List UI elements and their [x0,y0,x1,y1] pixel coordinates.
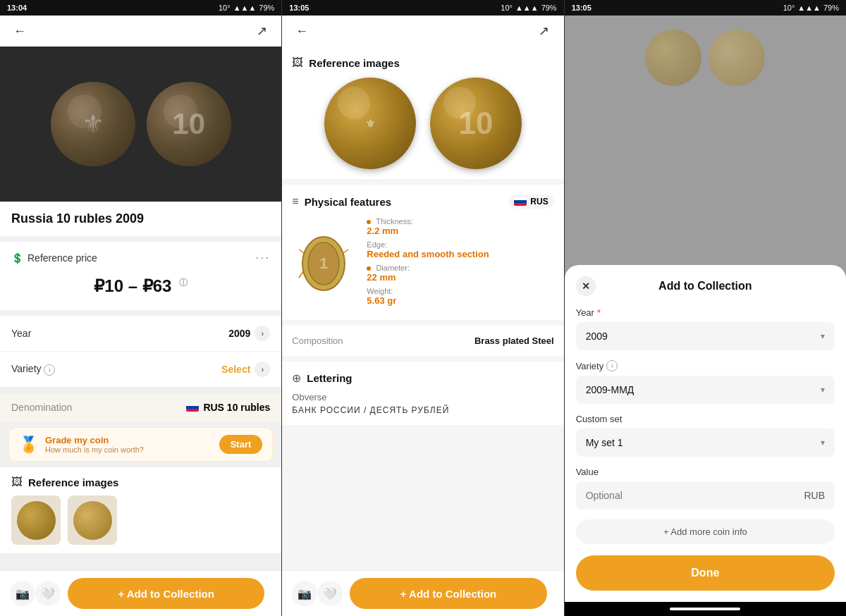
bottom-bar-2: 📷 🤍 + Add to Collection [282,570,563,616]
wifi-icon-3: ▲▲▲ [797,4,821,12]
variety-chevron: › [255,362,270,377]
thickness-row: Thickness: 2.2 mm [367,217,553,236]
rus-flag-icon [514,197,527,206]
background-coin-images [565,16,846,100]
camera-button-2[interactable]: 📷 [292,581,317,606]
denomination-value: RUS 10 rubles [186,402,270,413]
panel2-scroll[interactable]: 🖼 Reference images ⚜ 10 ≡ Physical featu… [282,47,563,570]
wifi-icon-2: ▲▲▲ [515,4,539,12]
value-field-row: RUB [576,481,835,510]
ref-images-card: 🖼 Reference images ⚜ 10 [282,47,563,179]
year-value: 2009 › [228,326,270,341]
modal-overlay: ✕ Add to Collection Year * 2009 ▾ [565,16,846,602]
ref-images-header: 🖼 Reference images [11,476,270,488]
wishlist-button-2[interactable]: 🤍 [317,581,343,606]
variety-select[interactable]: 2009-ММД ▾ [576,376,835,404]
lettering-header: ⊕ Lettering [292,371,553,385]
done-button[interactable]: Done [576,555,835,591]
rus-badge: RUS [508,195,553,209]
physical-features-card: ≡ Physical features RUS 1 [282,185,563,320]
ref-thumb-1 [11,495,61,545]
custom-set-form-label: Custom set [576,414,835,424]
price-info-icon[interactable]: ⓘ [179,278,188,288]
add-to-collection-button-2[interactable]: + Add to Collection [350,578,546,609]
grade-start-button[interactable]: Start [219,435,263,454]
more-options-button[interactable]: ··· [255,250,270,265]
signal-3: 10° [783,4,795,12]
add-more-info-button[interactable]: + Add more coin info [576,519,835,544]
panel-reference-detail: 13:05 10° ▲▲▲ 79% ← ↗ 🖼 Reference images… [282,0,563,616]
home-bar [670,608,740,610]
ref-coin-obverse-big: ⚜ [324,78,416,169]
ref-coin-thumb-obverse [17,501,56,540]
coin-title-card: Russia 10 rubles 2009 [0,202,281,236]
eagle-icon: ⚜ [82,109,104,139]
variety-row[interactable]: Variety i Select › [0,352,281,388]
battery-1: 79% [259,4,274,12]
coin-side-view: 1 [292,232,355,295]
grade-title: Grade my coin [45,435,212,445]
grade-medal-icon: 🏅 [19,436,38,454]
coin-side-svg: 1 [292,232,355,295]
share-button-1[interactable]: ↗ [252,21,271,41]
grade-text: Grade my coin How much is my coin worth? [45,435,212,454]
battery-2: 79% [541,4,557,12]
value-form-group: Value RUB [576,467,835,510]
coin-eagle-big: ⚜ [365,117,375,130]
camera-button-1[interactable]: 📷 [10,581,35,606]
nav-bar-2: ← ↗ [282,16,563,47]
weight-value: 5.63 gr [367,295,553,306]
wishlist-button-1[interactable]: 🤍 [35,581,61,606]
ref-images-icon: 🖼 [11,476,23,488]
russia-flag-icon [186,403,199,412]
variety-chevron-icon: ▾ [821,385,825,395]
coin-title: Russia 10 rubles 2009 [11,211,270,226]
add-to-collection-button-1[interactable]: + Add to Collection [68,578,264,609]
custom-set-select[interactable]: My set 1 ▾ [576,429,835,457]
diameter-value: 22 mm [367,272,553,283]
back-button-2[interactable]: ← [292,21,312,41]
ref-thumb-2 [68,495,117,545]
background-coins [565,16,846,367]
status-bar-2: 13:05 10° ▲▲▲ 79% [282,0,563,16]
edge-label: Edge: [367,240,553,249]
denomination-label: Denomination [11,402,72,413]
grade-card: 🏅 Grade my coin How much is my coin wort… [8,427,273,462]
signal-1: 10° [219,4,231,12]
home-indicator-3 [565,602,846,616]
thickness-value: 2.2 mm [367,226,553,236]
dot-1 [367,220,371,224]
year-row[interactable]: Year 2009 › [0,316,281,352]
ref-images-row [11,495,270,545]
grade-sub: How much is my coin worth? [45,445,212,454]
ref-images-label-2: Reference images [309,57,399,69]
variety-select-value: 2009-ММД [586,384,634,395]
share-button-2[interactable]: ↗ [534,21,554,41]
obverse-text: БАНК РОССИИ / ДЕСЯТЬ РУБЛЕЙ [292,405,553,415]
thickness-label: Thickness: [367,217,553,226]
ref-coins-big: ⚜ 10 [292,78,553,169]
year-chevron: › [255,326,270,341]
ref-images-section: 🖼 Reference images [0,467,281,553]
value-form-label: Value [576,467,835,477]
edge-row: Edge: Reeded and smooth section [367,240,553,259]
time-3: 13:05 [572,4,591,12]
status-bar-1: 13:04 10° ▲▲▲ 79% [0,0,281,16]
variety-info-icon[interactable]: i [44,364,55,376]
panel-coin-detail: 13:04 10° ▲▲▲ 79% ← ↗ ⚜ 10 Russia 10 rub… [0,0,281,616]
set-chevron-icon: ▾ [821,438,825,448]
value-input[interactable] [576,481,795,510]
composition-label: Composition [292,335,343,346]
modal-content-area: ✕ Add to Collection Year * 2009 ▾ [565,16,846,602]
battery-3: 79% [823,4,839,12]
composition-card: Composition Brass plated Steel [282,326,563,356]
back-button-1[interactable]: ← [10,21,30,41]
bg-coin-2 [709,30,765,86]
year-variety-card: Year 2009 › Variety i Select › [0,316,281,388]
bottom-bar-1: 📷 🤍 + Add to Collection [0,570,281,616]
phys-header: ≡ Physical features RUS [292,195,553,209]
ref-coin-thumb-reverse [73,501,112,540]
ref-price-label: 💲 Reference price [11,252,97,264]
panel1-scroll[interactable]: Russia 10 rubles 2009 💲 Reference price … [0,202,281,570]
status-bar-3: 13:05 10° ▲▲▲ 79% [565,0,846,16]
